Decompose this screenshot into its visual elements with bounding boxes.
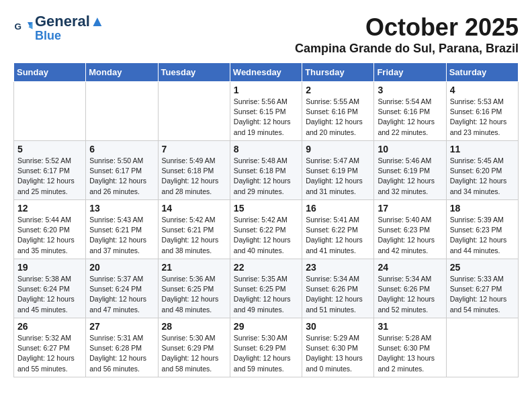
day-info: Sunrise: 5:37 AM Sunset: 6:24 PM Dayligh…	[89, 274, 154, 315]
day-info: Sunrise: 5:30 AM Sunset: 6:29 PM Dayligh…	[162, 333, 226, 374]
day-info: Sunrise: 5:28 AM Sunset: 6:30 PM Dayligh…	[378, 333, 442, 374]
calendar-week-1: 1Sunrise: 5:56 AM Sunset: 6:15 PM Daylig…	[14, 82, 519, 141]
day-number: 18	[450, 203, 515, 214]
day-info: Sunrise: 5:56 AM Sunset: 6:15 PM Dayligh…	[234, 97, 298, 138]
calendar-header-row: SundayMondayTuesdayWednesdayThursdayFrid…	[14, 63, 519, 82]
day-number: 17	[378, 203, 442, 214]
day-info: Sunrise: 5:32 AM Sunset: 6:27 PM Dayligh…	[17, 333, 82, 374]
calendar-cell: 28Sunrise: 5:30 AM Sunset: 6:29 PM Dayli…	[158, 318, 230, 377]
calendar-cell	[86, 82, 158, 141]
day-info: Sunrise: 5:46 AM Sunset: 6:19 PM Dayligh…	[378, 156, 442, 197]
day-info: Sunrise: 5:40 AM Sunset: 6:23 PM Dayligh…	[378, 215, 442, 256]
calendar-cell: 14Sunrise: 5:42 AM Sunset: 6:21 PM Dayli…	[158, 200, 230, 259]
calendar-cell: 5Sunrise: 5:52 AM Sunset: 6:17 PM Daylig…	[14, 141, 86, 200]
day-number: 8	[234, 144, 298, 154]
day-info: Sunrise: 5:36 AM Sunset: 6:25 PM Dayligh…	[162, 274, 226, 315]
day-number: 27	[89, 321, 154, 332]
calendar-cell: 24Sunrise: 5:34 AM Sunset: 6:26 PM Dayli…	[374, 259, 446, 318]
day-header-tuesday: Tuesday	[158, 63, 230, 82]
day-header-thursday: Thursday	[302, 63, 374, 82]
day-number: 9	[306, 144, 370, 154]
day-number: 24	[378, 262, 442, 273]
calendar-cell: 25Sunrise: 5:33 AM Sunset: 6:27 PM Dayli…	[446, 259, 518, 318]
day-number: 12	[17, 203, 82, 214]
logo-text-line1: General▲	[35, 13, 105, 30]
day-number: 3	[378, 85, 442, 95]
title-block: October 2025 Campina Grande do Sul, Para…	[295, 13, 519, 56]
day-number: 1	[234, 85, 298, 95]
calendar-cell: 22Sunrise: 5:35 AM Sunset: 6:25 PM Dayli…	[230, 259, 302, 318]
day-info: Sunrise: 5:50 AM Sunset: 6:17 PM Dayligh…	[89, 156, 154, 197]
calendar-cell	[446, 318, 518, 377]
calendar-cell	[14, 82, 86, 141]
day-number: 29	[234, 321, 298, 332]
calendar-cell: 7Sunrise: 5:49 AM Sunset: 6:18 PM Daylig…	[158, 141, 230, 200]
day-info: Sunrise: 5:48 AM Sunset: 6:18 PM Dayligh…	[234, 156, 298, 197]
day-number: 6	[89, 144, 154, 154]
day-number: 19	[17, 262, 82, 273]
calendar-table: SundayMondayTuesdayWednesdayThursdayFrid…	[13, 62, 519, 377]
calendar-cell: 29Sunrise: 5:30 AM Sunset: 6:29 PM Dayli…	[230, 318, 302, 377]
calendar-week-3: 12Sunrise: 5:44 AM Sunset: 6:20 PM Dayli…	[14, 200, 519, 259]
day-number: 2	[306, 85, 370, 95]
day-number: 31	[378, 321, 442, 332]
day-header-monday: Monday	[86, 63, 158, 82]
day-info: Sunrise: 5:41 AM Sunset: 6:22 PM Dayligh…	[306, 215, 370, 256]
day-info: Sunrise: 5:33 AM Sunset: 6:27 PM Dayligh…	[450, 274, 515, 315]
calendar-cell: 12Sunrise: 5:44 AM Sunset: 6:20 PM Dayli…	[14, 200, 86, 259]
day-info: Sunrise: 5:42 AM Sunset: 6:22 PM Dayligh…	[234, 215, 298, 256]
day-header-saturday: Saturday	[446, 63, 518, 82]
day-number: 26	[17, 321, 82, 332]
day-header-friday: Friday	[374, 63, 446, 82]
day-number: 11	[450, 144, 515, 154]
day-header-wednesday: Wednesday	[230, 63, 302, 82]
day-info: Sunrise: 5:55 AM Sunset: 6:16 PM Dayligh…	[306, 97, 370, 138]
calendar-cell: 19Sunrise: 5:38 AM Sunset: 6:24 PM Dayli…	[14, 259, 86, 318]
day-info: Sunrise: 5:53 AM Sunset: 6:16 PM Dayligh…	[450, 97, 515, 138]
day-number: 16	[306, 203, 370, 214]
page-header: G General▲ Blue October 2025 Campina Gra…	[13, 13, 519, 56]
calendar-cell: 15Sunrise: 5:42 AM Sunset: 6:22 PM Dayli…	[230, 200, 302, 259]
calendar-cell: 6Sunrise: 5:50 AM Sunset: 6:17 PM Daylig…	[86, 141, 158, 200]
day-info: Sunrise: 5:29 AM Sunset: 6:30 PM Dayligh…	[306, 333, 370, 374]
calendar-cell: 18Sunrise: 5:39 AM Sunset: 6:23 PM Dayli…	[446, 200, 518, 259]
month-title: October 2025	[295, 13, 519, 42]
calendar-cell: 4Sunrise: 5:53 AM Sunset: 6:16 PM Daylig…	[446, 82, 518, 141]
day-number: 15	[234, 203, 298, 214]
day-info: Sunrise: 5:31 AM Sunset: 6:28 PM Dayligh…	[89, 333, 154, 374]
day-info: Sunrise: 5:30 AM Sunset: 6:29 PM Dayligh…	[234, 333, 298, 374]
calendar-week-2: 5Sunrise: 5:52 AM Sunset: 6:17 PM Daylig…	[14, 141, 519, 200]
svg-text:G: G	[15, 21, 22, 31]
day-number: 21	[162, 262, 226, 273]
day-info: Sunrise: 5:54 AM Sunset: 6:16 PM Dayligh…	[378, 97, 442, 138]
calendar-cell: 9Sunrise: 5:47 AM Sunset: 6:19 PM Daylig…	[302, 141, 374, 200]
calendar-cell: 2Sunrise: 5:55 AM Sunset: 6:16 PM Daylig…	[302, 82, 374, 141]
day-info: Sunrise: 5:43 AM Sunset: 6:21 PM Dayligh…	[89, 215, 154, 256]
day-number: 22	[234, 262, 298, 273]
day-info: Sunrise: 5:44 AM Sunset: 6:20 PM Dayligh…	[17, 215, 82, 256]
logo: G General▲ Blue	[13, 13, 105, 43]
calendar-cell: 20Sunrise: 5:37 AM Sunset: 6:24 PM Dayli…	[86, 259, 158, 318]
day-header-sunday: Sunday	[14, 63, 86, 82]
calendar-cell: 13Sunrise: 5:43 AM Sunset: 6:21 PM Dayli…	[86, 200, 158, 259]
calendar-cell: 27Sunrise: 5:31 AM Sunset: 6:28 PM Dayli…	[86, 318, 158, 377]
day-info: Sunrise: 5:34 AM Sunset: 6:26 PM Dayligh…	[378, 274, 442, 315]
day-number: 5	[17, 144, 82, 154]
calendar-cell: 21Sunrise: 5:36 AM Sunset: 6:25 PM Dayli…	[158, 259, 230, 318]
day-info: Sunrise: 5:34 AM Sunset: 6:26 PM Dayligh…	[306, 274, 370, 315]
calendar-cell: 16Sunrise: 5:41 AM Sunset: 6:22 PM Dayli…	[302, 200, 374, 259]
day-info: Sunrise: 5:39 AM Sunset: 6:23 PM Dayligh…	[450, 215, 515, 256]
logo-text-line2: Blue	[35, 30, 105, 43]
day-info: Sunrise: 5:47 AM Sunset: 6:19 PM Dayligh…	[306, 156, 370, 197]
day-number: 7	[162, 144, 226, 154]
day-info: Sunrise: 5:35 AM Sunset: 6:25 PM Dayligh…	[234, 274, 298, 315]
calendar-cell: 30Sunrise: 5:29 AM Sunset: 6:30 PM Dayli…	[302, 318, 374, 377]
logo-icon: G	[13, 18, 34, 38]
calendar-cell: 26Sunrise: 5:32 AM Sunset: 6:27 PM Dayli…	[14, 318, 86, 377]
calendar-cell: 3Sunrise: 5:54 AM Sunset: 6:16 PM Daylig…	[374, 82, 446, 141]
day-number: 4	[450, 85, 515, 95]
calendar-cell: 1Sunrise: 5:56 AM Sunset: 6:15 PM Daylig…	[230, 82, 302, 141]
day-info: Sunrise: 5:52 AM Sunset: 6:17 PM Dayligh…	[17, 156, 82, 197]
calendar-cell: 10Sunrise: 5:46 AM Sunset: 6:19 PM Dayli…	[374, 141, 446, 200]
day-number: 14	[162, 203, 226, 214]
